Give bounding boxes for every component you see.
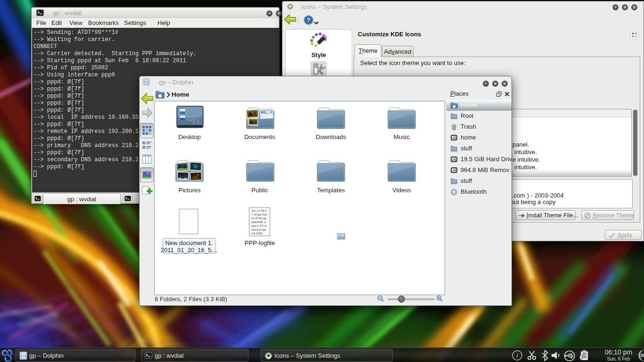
- svg-text:uid 1000: uid 1000: [251, 231, 263, 235]
- svg-text:Jan 17 09:4: Jan 17 09:4: [251, 209, 267, 212]
- svg-text:ire-5738 pp: ire-5738 pp: [251, 216, 266, 220]
- svg-text:pd[1946]: p: pd[1946]: p: [251, 220, 266, 223]
- svg-text:i: i: [516, 352, 518, 359]
- svg-text:?: ?: [307, 16, 311, 24]
- svg-text:7:18 gp-Asp: 7:18 gp-Asp: [251, 213, 267, 216]
- svg-text:arted by gp: arted by gp: [251, 228, 266, 231]
- svg-text:ppd 2.4.5 st: ppd 2.4.5 st: [251, 224, 267, 227]
